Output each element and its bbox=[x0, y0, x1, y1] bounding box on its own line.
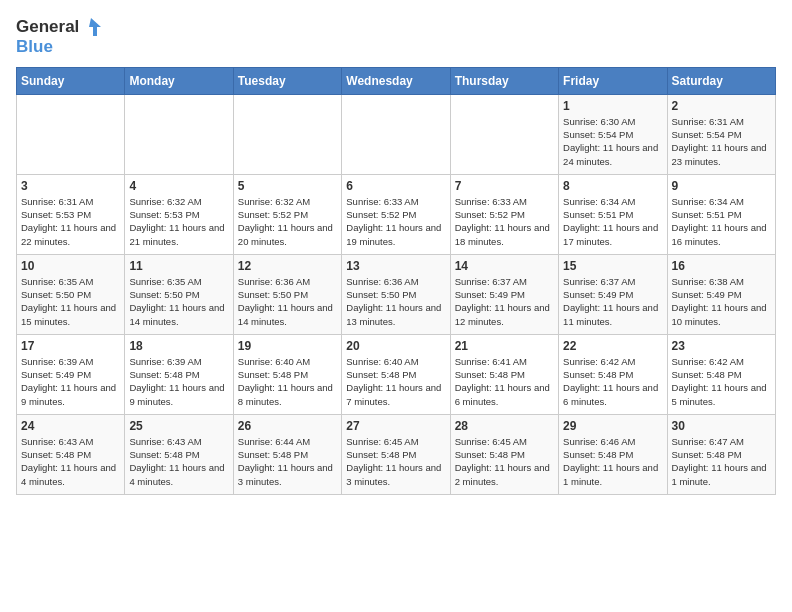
day-number: 18 bbox=[129, 339, 228, 353]
day-number: 2 bbox=[672, 99, 771, 113]
day-number: 15 bbox=[563, 259, 662, 273]
day-info: Sunrise: 6:38 AM Sunset: 5:49 PM Dayligh… bbox=[672, 275, 771, 328]
calendar-cell: 29Sunrise: 6:46 AM Sunset: 5:48 PM Dayli… bbox=[559, 414, 667, 494]
day-info: Sunrise: 6:36 AM Sunset: 5:50 PM Dayligh… bbox=[346, 275, 445, 328]
day-number: 24 bbox=[21, 419, 120, 433]
calendar-cell: 2Sunrise: 6:31 AM Sunset: 5:54 PM Daylig… bbox=[667, 94, 775, 174]
day-info: Sunrise: 6:40 AM Sunset: 5:48 PM Dayligh… bbox=[238, 355, 337, 408]
day-info: Sunrise: 6:47 AM Sunset: 5:48 PM Dayligh… bbox=[672, 435, 771, 488]
calendar-cell: 10Sunrise: 6:35 AM Sunset: 5:50 PM Dayli… bbox=[17, 254, 125, 334]
column-header-monday: Monday bbox=[125, 67, 233, 94]
day-number: 5 bbox=[238, 179, 337, 193]
day-info: Sunrise: 6:37 AM Sunset: 5:49 PM Dayligh… bbox=[563, 275, 662, 328]
day-info: Sunrise: 6:35 AM Sunset: 5:50 PM Dayligh… bbox=[129, 275, 228, 328]
day-info: Sunrise: 6:42 AM Sunset: 5:48 PM Dayligh… bbox=[563, 355, 662, 408]
calendar-cell: 14Sunrise: 6:37 AM Sunset: 5:49 PM Dayli… bbox=[450, 254, 558, 334]
calendar-cell: 3Sunrise: 6:31 AM Sunset: 5:53 PM Daylig… bbox=[17, 174, 125, 254]
day-info: Sunrise: 6:34 AM Sunset: 5:51 PM Dayligh… bbox=[672, 195, 771, 248]
page-header: General Blue bbox=[16, 16, 776, 57]
day-number: 23 bbox=[672, 339, 771, 353]
calendar-header-row: SundayMondayTuesdayWednesdayThursdayFrid… bbox=[17, 67, 776, 94]
calendar-cell: 23Sunrise: 6:42 AM Sunset: 5:48 PM Dayli… bbox=[667, 334, 775, 414]
day-number: 3 bbox=[21, 179, 120, 193]
calendar-cell: 8Sunrise: 6:34 AM Sunset: 5:51 PM Daylig… bbox=[559, 174, 667, 254]
day-number: 4 bbox=[129, 179, 228, 193]
day-number: 1 bbox=[563, 99, 662, 113]
day-number: 20 bbox=[346, 339, 445, 353]
day-info: Sunrise: 6:30 AM Sunset: 5:54 PM Dayligh… bbox=[563, 115, 662, 168]
calendar-cell: 7Sunrise: 6:33 AM Sunset: 5:52 PM Daylig… bbox=[450, 174, 558, 254]
calendar-cell: 13Sunrise: 6:36 AM Sunset: 5:50 PM Dayli… bbox=[342, 254, 450, 334]
calendar-week-row: 3Sunrise: 6:31 AM Sunset: 5:53 PM Daylig… bbox=[17, 174, 776, 254]
day-number: 19 bbox=[238, 339, 337, 353]
day-number: 27 bbox=[346, 419, 445, 433]
column-header-sunday: Sunday bbox=[17, 67, 125, 94]
day-info: Sunrise: 6:33 AM Sunset: 5:52 PM Dayligh… bbox=[346, 195, 445, 248]
svg-marker-0 bbox=[89, 18, 101, 36]
day-number: 25 bbox=[129, 419, 228, 433]
calendar-cell: 26Sunrise: 6:44 AM Sunset: 5:48 PM Dayli… bbox=[233, 414, 341, 494]
calendar-cell: 16Sunrise: 6:38 AM Sunset: 5:49 PM Dayli… bbox=[667, 254, 775, 334]
logo-blue-text: Blue bbox=[16, 38, 103, 57]
day-number: 28 bbox=[455, 419, 554, 433]
logo: General Blue bbox=[16, 16, 103, 57]
calendar-week-row: 1Sunrise: 6:30 AM Sunset: 5:54 PM Daylig… bbox=[17, 94, 776, 174]
day-number: 9 bbox=[672, 179, 771, 193]
calendar-cell: 5Sunrise: 6:32 AM Sunset: 5:52 PM Daylig… bbox=[233, 174, 341, 254]
calendar-cell: 20Sunrise: 6:40 AM Sunset: 5:48 PM Dayli… bbox=[342, 334, 450, 414]
calendar-cell bbox=[450, 94, 558, 174]
day-number: 30 bbox=[672, 419, 771, 433]
calendar-week-row: 17Sunrise: 6:39 AM Sunset: 5:49 PM Dayli… bbox=[17, 334, 776, 414]
day-info: Sunrise: 6:32 AM Sunset: 5:52 PM Dayligh… bbox=[238, 195, 337, 248]
calendar-cell: 9Sunrise: 6:34 AM Sunset: 5:51 PM Daylig… bbox=[667, 174, 775, 254]
calendar-cell: 19Sunrise: 6:40 AM Sunset: 5:48 PM Dayli… bbox=[233, 334, 341, 414]
calendar-cell: 4Sunrise: 6:32 AM Sunset: 5:53 PM Daylig… bbox=[125, 174, 233, 254]
day-number: 29 bbox=[563, 419, 662, 433]
logo-general-text: General bbox=[16, 18, 79, 37]
calendar-cell: 21Sunrise: 6:41 AM Sunset: 5:48 PM Dayli… bbox=[450, 334, 558, 414]
day-number: 6 bbox=[346, 179, 445, 193]
day-info: Sunrise: 6:31 AM Sunset: 5:54 PM Dayligh… bbox=[672, 115, 771, 168]
day-info: Sunrise: 6:43 AM Sunset: 5:48 PM Dayligh… bbox=[129, 435, 228, 488]
column-header-wednesday: Wednesday bbox=[342, 67, 450, 94]
column-header-thursday: Thursday bbox=[450, 67, 558, 94]
day-number: 10 bbox=[21, 259, 120, 273]
calendar-cell bbox=[233, 94, 341, 174]
day-number: 7 bbox=[455, 179, 554, 193]
day-info: Sunrise: 6:39 AM Sunset: 5:49 PM Dayligh… bbox=[21, 355, 120, 408]
day-number: 14 bbox=[455, 259, 554, 273]
calendar-table: SundayMondayTuesdayWednesdayThursdayFrid… bbox=[16, 67, 776, 495]
day-info: Sunrise: 6:33 AM Sunset: 5:52 PM Dayligh… bbox=[455, 195, 554, 248]
calendar-cell: 17Sunrise: 6:39 AM Sunset: 5:49 PM Dayli… bbox=[17, 334, 125, 414]
day-info: Sunrise: 6:45 AM Sunset: 5:48 PM Dayligh… bbox=[455, 435, 554, 488]
day-number: 12 bbox=[238, 259, 337, 273]
calendar-cell: 12Sunrise: 6:36 AM Sunset: 5:50 PM Dayli… bbox=[233, 254, 341, 334]
day-info: Sunrise: 6:35 AM Sunset: 5:50 PM Dayligh… bbox=[21, 275, 120, 328]
day-number: 16 bbox=[672, 259, 771, 273]
day-number: 13 bbox=[346, 259, 445, 273]
calendar-cell: 6Sunrise: 6:33 AM Sunset: 5:52 PM Daylig… bbox=[342, 174, 450, 254]
day-info: Sunrise: 6:40 AM Sunset: 5:48 PM Dayligh… bbox=[346, 355, 445, 408]
calendar-cell: 18Sunrise: 6:39 AM Sunset: 5:48 PM Dayli… bbox=[125, 334, 233, 414]
calendar-cell bbox=[17, 94, 125, 174]
day-info: Sunrise: 6:44 AM Sunset: 5:48 PM Dayligh… bbox=[238, 435, 337, 488]
day-number: 26 bbox=[238, 419, 337, 433]
day-info: Sunrise: 6:34 AM Sunset: 5:51 PM Dayligh… bbox=[563, 195, 662, 248]
day-info: Sunrise: 6:45 AM Sunset: 5:48 PM Dayligh… bbox=[346, 435, 445, 488]
calendar-cell: 24Sunrise: 6:43 AM Sunset: 5:48 PM Dayli… bbox=[17, 414, 125, 494]
logo-container: General Blue bbox=[16, 16, 103, 57]
column-header-saturday: Saturday bbox=[667, 67, 775, 94]
calendar-cell: 28Sunrise: 6:45 AM Sunset: 5:48 PM Dayli… bbox=[450, 414, 558, 494]
day-info: Sunrise: 6:43 AM Sunset: 5:48 PM Dayligh… bbox=[21, 435, 120, 488]
day-info: Sunrise: 6:39 AM Sunset: 5:48 PM Dayligh… bbox=[129, 355, 228, 408]
column-header-tuesday: Tuesday bbox=[233, 67, 341, 94]
calendar-cell: 15Sunrise: 6:37 AM Sunset: 5:49 PM Dayli… bbox=[559, 254, 667, 334]
day-info: Sunrise: 6:37 AM Sunset: 5:49 PM Dayligh… bbox=[455, 275, 554, 328]
logo-arrow-icon bbox=[81, 16, 103, 38]
day-info: Sunrise: 6:41 AM Sunset: 5:48 PM Dayligh… bbox=[455, 355, 554, 408]
day-number: 17 bbox=[21, 339, 120, 353]
day-info: Sunrise: 6:31 AM Sunset: 5:53 PM Dayligh… bbox=[21, 195, 120, 248]
calendar-cell bbox=[342, 94, 450, 174]
calendar-cell: 25Sunrise: 6:43 AM Sunset: 5:48 PM Dayli… bbox=[125, 414, 233, 494]
calendar-cell: 30Sunrise: 6:47 AM Sunset: 5:48 PM Dayli… bbox=[667, 414, 775, 494]
